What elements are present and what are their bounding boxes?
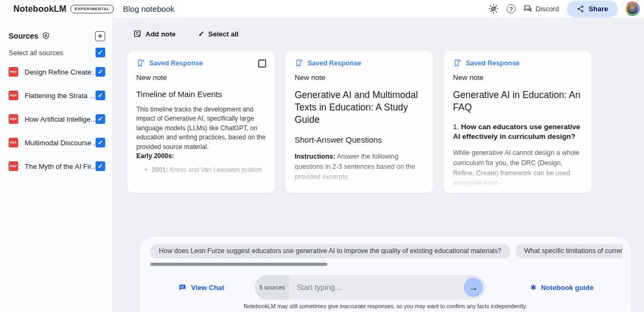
note-card-timeline[interactable]: Saved Response New note Timeline of Main…	[127, 51, 275, 193]
chat-input-container: 5 sources →	[255, 275, 486, 300]
checkmark-icon: ✓	[198, 29, 204, 38]
source-checkbox[interactable]: ✓	[96, 161, 105, 171]
saved-response-icon	[295, 59, 303, 68]
notebook-guide-button[interactable]: ✱ Notebook guide	[530, 275, 594, 300]
source-item[interactable]: PDF Multimodal Discourse ... ✓	[0, 131, 113, 154]
source-checkbox[interactable]: ✓	[96, 67, 105, 77]
sources-sidebar: NotebookLM EXPERIMENTAL Sources + Select…	[0, 0, 113, 312]
share-icon	[576, 5, 584, 13]
note-checkbox[interactable]	[258, 60, 266, 68]
chat-panel: How does Leon Furze suggest educators us…	[140, 236, 631, 312]
note-subtitle: New note	[453, 73, 582, 81]
suggestions-scrollbar[interactable]	[150, 263, 327, 266]
spark-icon: ✱	[530, 283, 537, 292]
note-body: This timeline tracks the development and…	[136, 105, 266, 161]
disclaimer-text: NotebookLM may still sometimes give inac…	[140, 303, 631, 309]
view-chat-button[interactable]: View Chat	[178, 275, 224, 300]
pdf-icon: PDF	[9, 114, 18, 124]
source-label: The Myth of the AI Fir...	[25, 162, 96, 170]
topbar: Blog notebook ? Discord	[113, 0, 644, 18]
notes-area: Add note ✓ Select all Saved Response New…	[114, 18, 644, 312]
source-checkbox[interactable]: ✓	[96, 114, 105, 124]
sources-heading: Sources	[9, 32, 38, 40]
suggested-question-pill[interactable]: What specific limitations of current gen…	[516, 244, 623, 258]
select-all-sources-checkbox[interactable]: ✓	[96, 48, 105, 57]
pdf-icon: PDF	[9, 91, 18, 100]
note-icon	[133, 29, 142, 38]
source-label: Design Refine Create: ...	[25, 68, 96, 76]
notebook-title: Blog notebook	[123, 0, 174, 18]
faq-answer: While generative AI cannot design a whol…	[453, 148, 582, 188]
theme-toggle-icon[interactable]	[488, 4, 499, 14]
app-logo: NotebookLM	[13, 4, 67, 14]
note-bullet: • 2001: Kress and Van Leeuwen publish	[136, 166, 266, 174]
privacy-shield-icon	[42, 32, 50, 40]
note-section-heading: Short-Answer Questions	[295, 135, 424, 144]
experimental-badge: EXPERIMENTAL	[70, 5, 114, 13]
faq-question: 1. How can educators use generative AI e…	[453, 122, 582, 143]
source-item[interactable]: PDF Flattening the Strata ... ✓	[0, 84, 113, 107]
suggested-questions: How does Leon Furze suggest educators us…	[150, 244, 623, 259]
add-note-button[interactable]: Add note	[133, 29, 175, 38]
send-button[interactable]: →	[464, 278, 483, 297]
avatar-photo	[626, 3, 639, 15]
share-button[interactable]: Share	[567, 1, 618, 18]
note-title: Generative AI in Education: An FAQ	[453, 89, 582, 114]
user-avatar[interactable]	[625, 2, 640, 16]
add-source-button[interactable]: +	[95, 31, 105, 41]
select-all-sources-label: Select all sources	[9, 49, 63, 57]
discord-button[interactable]: Discord	[523, 4, 559, 13]
note-body-bold: Early 2000s:	[136, 152, 174, 160]
source-list: PDF Design Refine Create: ... ✓ PDF Flat…	[0, 60, 113, 178]
note-title: Timeline of Main Events	[136, 90, 266, 99]
forum-chat-icon	[523, 4, 532, 13]
chat-icon	[178, 284, 187, 292]
saved-response-label: Saved Response	[149, 60, 203, 67]
source-checkbox[interactable]: ✓	[96, 91, 105, 100]
select-all-notes-button[interactable]: ✓ Select all	[198, 29, 238, 38]
source-item[interactable]: PDF The Myth of the AI Fir... ✓	[0, 154, 113, 178]
note-card-faq[interactable]: Saved Response New note Generative AI in…	[444, 51, 591, 193]
source-item[interactable]: PDF How Artificial Intellige... ✓	[0, 107, 113, 131]
saved-response-icon	[136, 59, 145, 68]
source-label: Flattening the Strata ...	[25, 92, 96, 100]
source-checkbox[interactable]: ✓	[96, 138, 105, 147]
note-title: Generative AI and Multimodal Texts in Ed…	[295, 89, 424, 125]
app-header: NotebookLM EXPERIMENTAL	[0, 0, 113, 18]
source-label: How Artificial Intellige...	[25, 115, 96, 123]
source-item[interactable]: PDF Design Refine Create: ... ✓	[0, 60, 113, 84]
sources-count-chip: 5 sources	[255, 275, 289, 300]
help-icon[interactable]: ?	[507, 4, 516, 13]
pdf-icon: PDF	[9, 138, 18, 147]
note-instructions: Instructions: Answer the following quest…	[295, 152, 424, 182]
note-subtitle: New note	[136, 73, 266, 81]
saved-response-label: Saved Response	[466, 60, 519, 67]
note-subtitle: New note	[295, 73, 424, 81]
pdf-icon: PDF	[9, 67, 18, 77]
saved-response-label: Saved Response	[308, 60, 361, 67]
note-card-study-guide[interactable]: Saved Response New note Generative AI an…	[286, 51, 433, 193]
saved-response-icon	[453, 59, 462, 68]
pdf-icon: PDF	[9, 161, 18, 171]
suggested-question-pill[interactable]: How does Leon Furze suggest educators us…	[150, 244, 510, 258]
chat-text-input[interactable]	[297, 283, 486, 292]
source-label: Multimodal Discourse ...	[25, 139, 96, 147]
